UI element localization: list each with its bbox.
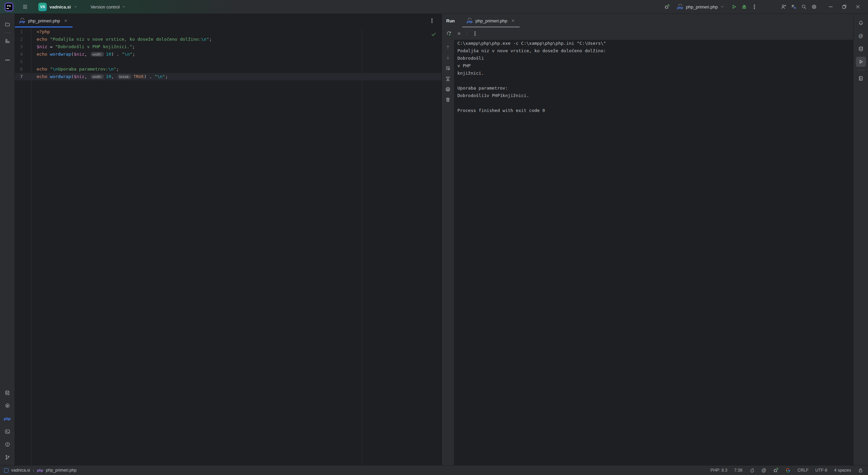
database-icon [858,46,864,52]
at-spiral-icon: @ [858,34,863,38]
title-bar: PS VS vadnica.si Version control php php… [0,0,868,14]
code-line-2[interactable]: 2echo "Podaljša niz v nove vrstice, ko d… [15,36,441,43]
close-button[interactable] [851,2,865,12]
right-margin-guide [362,27,362,465]
notifications-button[interactable] [856,18,866,28]
google-widget[interactable] [785,468,791,473]
breadcrumb[interactable]: vadnica.si › php php_primeri.php [4,468,77,473]
ai-status-widget[interactable]: @ [762,468,766,473]
version-control-widget[interactable]: Version control [88,3,128,11]
run-button[interactable] [729,2,739,12]
restore-button[interactable] [837,2,851,12]
more-toolwindows-button[interactable] [2,55,13,65]
code-line-5[interactable]: 5 [15,58,441,65]
project-name: vadnica.si [50,4,71,10]
minimize-icon [828,4,833,10]
check-icon [431,32,436,37]
line-number: 5 [15,58,32,65]
print-button[interactable] [445,86,451,93]
caret-position-widget[interactable]: 7:38 [734,468,742,473]
structure-icon [5,38,10,44]
line-separator-widget[interactable]: CRLF [797,468,809,473]
terminal-toolwindow-button[interactable] [2,426,13,437]
database-toolwindow-button[interactable] [2,388,13,398]
console-line: Podaljša niz v nove vrstice, ko doseže d… [457,47,868,55]
run-configuration-selector[interactable]: php php_primeri.php [674,3,727,11]
run-toolwindow-title[interactable]: Run [442,14,459,27]
code-line-3[interactable]: 3$niz = "Dobrodošli v PHP knjižnici."; [15,43,441,51]
php-version-widget[interactable]: PHP: 8.3 [710,468,727,473]
editor-tab-php-primeri[interactable]: php php_primeri.php [15,14,73,27]
arrow-up-icon [445,44,451,50]
trash-icon [445,97,451,102]
run-toolbar [442,27,868,40]
readonly-toggle[interactable] [858,468,863,473]
debug-button[interactable] [739,2,749,12]
git-toolwindow-button[interactable] [2,452,13,462]
code-line-7[interactable]: 7echo wordwrap($niz, width:10, break:TRU… [15,73,441,80]
breadcrumb-file[interactable]: php_primeri.php [46,468,76,473]
stop-button[interactable] [455,29,463,38]
inspections-widget[interactable] [431,32,436,37]
line-number: 7 [15,73,32,80]
more-actions-button[interactable] [749,2,760,12]
database-toolwindow-button-right[interactable] [856,44,866,54]
profiler-button[interactable] [662,2,672,12]
problems-toolwindow-button[interactable] [2,439,13,450]
rerun-button[interactable] [445,29,453,38]
console-line [457,99,868,107]
book-icon: A [858,76,864,81]
code-line-1[interactable]: 1<?php [15,28,441,36]
code-editor[interactable]: 1<?php2echo "Podaljša niz v nove vrstice… [15,27,441,465]
code-with-me-button[interactable] [778,2,789,12]
close-icon [64,19,68,23]
code-line-4[interactable]: 4echo wordwrap($niz, width:10) . "\n"; [15,51,441,58]
minimize-button[interactable] [824,2,837,12]
run-toolwindow-button[interactable] [856,57,866,67]
parameter-hint: width: [91,74,104,79]
search-everywhere-button[interactable] [799,2,809,12]
settings-button[interactable] [809,2,819,12]
main-menu-button[interactable] [20,2,30,12]
services-toolwindow-button[interactable] [2,401,13,411]
next-occurrence-button[interactable] [445,54,451,61]
stripe-divider [857,70,865,70]
terminal-icon [5,429,10,434]
unlocked-padlock-icon [858,468,863,473]
stop-icon [456,31,462,36]
documentation-button[interactable]: A [856,73,866,83]
breadcrumb-chevron-icon: › [33,468,34,473]
prev-occurrence-button[interactable] [445,44,451,51]
play-icon [858,59,864,64]
structure-toolwindow-button[interactable] [2,36,13,46]
profiler-status-widget[interactable] [773,468,778,473]
run-tab-close-button[interactable] [510,18,516,23]
breadcrumb-project[interactable]: vadnica.si [11,468,30,473]
version-control-label: Version control [91,4,120,10]
indent-widget[interactable]: 4 spaces [834,468,851,473]
php-toolwindow-button[interactable]: php [2,414,13,424]
console-more-options-button[interactable] [471,29,479,38]
parameter-hint: break: [117,74,132,79]
parameter-hint: width: [91,52,104,57]
project-widget[interactable]: VS vadnica.si [36,2,80,12]
scroll-to-end-button[interactable] [445,75,451,82]
project-toolwindow-button[interactable] [2,19,13,30]
run-tab-php-primeri[interactable]: php php_primeri.php [462,14,520,27]
tab-close-button[interactable] [63,18,68,23]
svg-text:A: A [860,77,862,80]
soft-wrap-button[interactable] [445,65,451,72]
line-number: 2 [15,36,32,43]
console-line: knjižnici. [457,70,868,77]
code-line-6[interactable]: 6echo "\nUporaba parametrov:\n"; [15,65,441,73]
console-output[interactable]: C:\xampp\php\php.exe -c C:\xampp\php\php… [454,40,868,465]
invite-user-icon [781,4,786,10]
ai-assistant-button[interactable]: @ [856,31,866,41]
translate-button[interactable]: A [789,2,799,12]
encoding-widget[interactable]: UTF-8 [815,468,827,473]
chevron-down-icon [720,5,724,9]
codeium-widget[interactable] [749,468,755,473]
tab-options-button[interactable] [428,16,436,25]
phpstorm-window: PS VS vadnica.si Version control php php… [0,0,868,475]
clear-console-button[interactable] [445,96,451,103]
